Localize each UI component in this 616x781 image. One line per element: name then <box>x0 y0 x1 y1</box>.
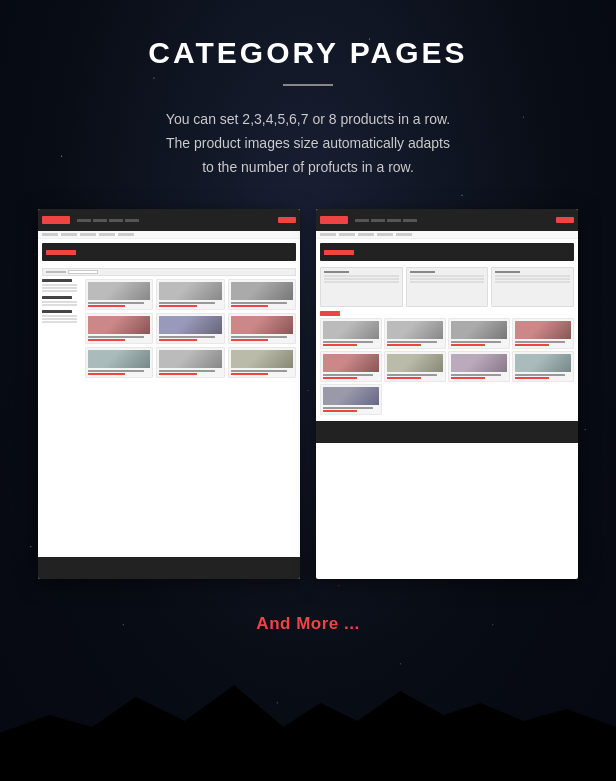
mock-product-price <box>451 377 485 379</box>
mock-product-img <box>88 282 150 300</box>
mock-product-card <box>512 318 574 349</box>
screenshot-frame-2 <box>316 209 578 579</box>
mock-product-img <box>88 316 150 334</box>
screenshot-frame-1 <box>38 209 300 579</box>
mock-product-card <box>85 313 153 344</box>
mock-cart-btn-1 <box>278 217 296 223</box>
mock-footer-2 <box>316 421 578 443</box>
mock-product-card <box>228 347 296 378</box>
mock-product-name <box>323 341 373 343</box>
mock-footer-1 <box>38 557 300 579</box>
mock-product-name <box>323 407 373 409</box>
mock-product-price <box>231 305 268 307</box>
mock-subnav-1 <box>38 231 300 239</box>
mock-sidebar-item <box>42 290 77 292</box>
mock-product-name <box>387 341 437 343</box>
mock-product-img <box>231 282 293 300</box>
mock-product-img <box>231 350 293 368</box>
mock-product-price <box>88 305 125 307</box>
mock-subnav-item <box>42 233 58 236</box>
mock-nav-item <box>403 219 417 222</box>
mock-product-name <box>515 341 565 343</box>
mock-banner-2 <box>320 243 574 261</box>
mock-product-img <box>515 321 571 339</box>
mock-product-name <box>88 370 144 372</box>
mock-nav-item <box>77 219 91 222</box>
mock-nav-item <box>109 219 123 222</box>
and-more-text[interactable]: And More ... <box>256 614 359 634</box>
mock-product-img <box>387 321 443 339</box>
mock-product-card <box>320 318 382 349</box>
mock-banner-text-2 <box>324 250 354 255</box>
title-divider <box>283 84 333 86</box>
mock-product-price <box>323 377 357 379</box>
mock-site-1 <box>38 209 300 579</box>
mock-product-card <box>228 279 296 310</box>
mock-product-name <box>88 336 144 338</box>
mock-sidebar-item <box>42 321 77 323</box>
mock-product-price <box>88 373 125 375</box>
mock-sidebar-section <box>42 310 82 323</box>
mock-sidebar-item <box>42 304 77 306</box>
mock-sidebar-title <box>42 279 72 282</box>
mock-subnav-item <box>118 233 134 236</box>
mock-sidebar-item <box>42 315 77 317</box>
mock-sortbar-1 <box>42 268 296 276</box>
mock-product-price <box>515 377 549 379</box>
mock-nav-item <box>355 219 369 222</box>
mock-logo-1 <box>42 216 70 224</box>
mock-product-name <box>451 341 501 343</box>
mock-subnav-2 <box>316 231 578 239</box>
mock-product-price <box>451 344 485 346</box>
mock-product-price <box>159 305 196 307</box>
mock-sidebar-title <box>42 296 72 299</box>
mock-sidebar-item <box>42 301 77 303</box>
mock-product-name <box>159 336 215 338</box>
mock-header-1 <box>38 209 300 231</box>
mock-product-card <box>384 351 446 382</box>
mock-subnav-item <box>320 233 336 236</box>
mock-sidebar-title <box>42 310 72 313</box>
mock-product-name <box>231 336 287 338</box>
mock-sidebar-item <box>42 287 77 289</box>
mock-subnav-item <box>396 233 412 236</box>
mock-subnav-item <box>339 233 355 236</box>
mock-product-card <box>448 351 510 382</box>
mock-sidebar-item <box>42 284 77 286</box>
mock-product-img <box>88 350 150 368</box>
mock-product-price <box>159 339 196 341</box>
mock-sidebar-section <box>42 296 82 306</box>
mock-product-card <box>512 351 574 382</box>
mock-nav-item <box>387 219 401 222</box>
mock-product-card <box>228 313 296 344</box>
mock-product-card <box>320 351 382 382</box>
mock-sidebar-item <box>42 318 77 320</box>
mock-product-name <box>387 374 437 376</box>
mock-sidebar-1 <box>42 279 82 549</box>
mock-product-img <box>387 354 443 372</box>
mock-nav-item <box>125 219 139 222</box>
mock-nav-item <box>371 219 385 222</box>
mock-product-img <box>231 316 293 334</box>
mock-product-name <box>88 302 144 304</box>
mock-product-price <box>231 373 268 375</box>
mock-header-2 <box>316 209 578 231</box>
mock-product-price <box>387 344 421 346</box>
mock-banner-1 <box>42 243 296 261</box>
mock-product-card <box>320 384 382 415</box>
mock-product-name <box>323 374 373 376</box>
mock-site-2 <box>316 209 578 579</box>
mock-product-img <box>451 354 507 372</box>
mock-nav-2 <box>355 219 553 222</box>
mock-banner-text-1 <box>46 250 76 255</box>
mock-product-img <box>159 282 221 300</box>
mock-product-price <box>387 377 421 379</box>
mock-product-img <box>323 354 379 372</box>
mock-sort-label <box>46 271 66 273</box>
mock-nav-item <box>93 219 107 222</box>
page-title: CATEGORY PAGES <box>148 36 467 70</box>
mock-subnav-item <box>80 233 96 236</box>
mock-subnav-item <box>99 233 115 236</box>
mock-product-card <box>85 279 153 310</box>
mock-product-name <box>231 370 287 372</box>
